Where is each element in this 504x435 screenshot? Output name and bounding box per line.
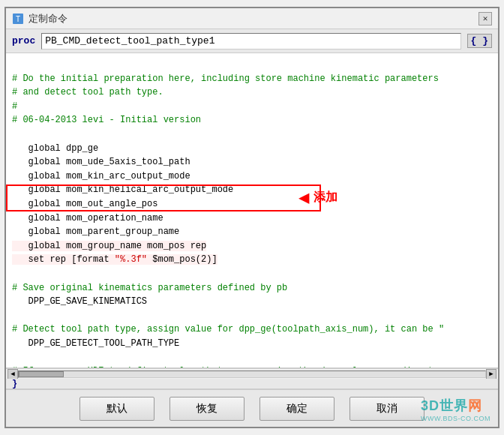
watermark-domain: WWW.BDS-CO.COM [421,415,490,422]
code-blank-2 [12,268,17,279]
scroll-thumb[interactable] [19,371,64,377]
code-line-4: global mom_kin_helical_arc_output_mode [12,184,233,195]
code-comment-5: # Save original kinematics parameters de… [12,283,287,293]
title-text: 定制命令 [28,12,68,26]
title-bar: T 定制命令 ✕ [6,8,498,29]
watermark: 3D世界网 WWW.BDS-CO.COM [421,397,490,422]
scroll-right-button[interactable]: ▶ [486,369,496,380]
code-area[interactable]: # Do the initial preparation here, inclu… [6,53,498,368]
code-comment-3: # [12,101,17,112]
code-comment-6: # Detect tool path type, assign value fo… [12,324,444,334]
scroll-left-button[interactable]: ◀ [8,369,18,380]
proc-label: proc [12,35,35,46]
dialog-icon: T [12,13,24,25]
watermark-prefix: 3D世界 [421,398,468,413]
code-comment-1: # Do the initial preparation here, inclu… [12,74,439,84]
default-button[interactable]: 默认 [80,397,154,421]
code-line-2: global mom_ude_5axis_tool_path [12,157,190,167]
arrow-annotation: ◀ 添加 [298,187,338,208]
code-line-9: DPP_GE_DETECT_TOOL_PATH_TYPE [12,338,179,349]
code-line-7: global mom_parent_group_name [12,226,179,237]
code-content: # Do the initial preparation here, inclu… [12,58,498,368]
cancel-button[interactable]: 取消 [350,397,424,421]
closing-brace: } [12,379,17,389]
toolbar: proc { } [6,29,498,53]
code-blank-1 [12,129,17,140]
restore-button[interactable]: 恢复 [170,397,244,421]
watermark-suffix: 网 [468,398,482,413]
buttons-row: 默认 恢复 确定 取消 3D世界网 WWW.BDS-CO.COM [6,389,498,427]
code-blank-3 [12,310,17,321]
annotation-text: 添加 [314,190,338,206]
braces-label: { } [467,34,492,48]
code-line-6: global mom_operation_name [12,213,164,224]
code-line-1: global dpp_ge [12,143,98,154]
code-highlight-2: set rep [format "%.3f" $mom_pos(2)] [12,254,218,265]
code-comment-4: # 06-04-2013 levi - Initial version [12,115,201,125]
proc-name-input[interactable] [41,33,460,50]
code-line-8: DPP_GE_SAVE_KINEMATICS [12,296,147,307]
dialog-window: T 定制命令 ✕ proc { } # Do the initial prepa… [4,7,500,428]
code-blank-4 [12,352,17,362]
code-comment-2: # and detect tool path type. [12,87,164,98]
code-comment-7: # If user use UDE to define tool path ty… [12,366,439,368]
close-button[interactable]: ✕ [478,12,492,26]
horizontal-scrollbar[interactable]: ◀ ▶ [6,368,498,379]
code-line-5: global mom_out_angle_pos [12,199,158,209]
ok-button[interactable]: 确定 [260,397,334,421]
svg-text:T: T [16,15,20,23]
arrow-icon: ◀ [298,187,309,208]
title-bar-left: T 定制命令 [12,12,68,26]
footer-bar: } [6,379,498,389]
scroll-track[interactable] [18,370,486,378]
code-highlight-1: global mom_group_name mom_pos rep [12,241,206,251]
code-line-3: global mom_kin_arc_output_mode [12,171,190,182]
